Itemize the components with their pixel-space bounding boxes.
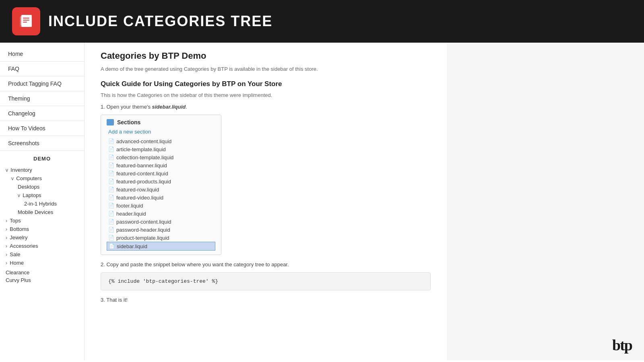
- file-item[interactable]: 📄article-template.liquid: [107, 145, 215, 153]
- file-icon: 📄: [108, 234, 114, 241]
- sidebar-nav-item[interactable]: Theming: [0, 91, 84, 106]
- tree-item[interactable]: v Inventory: [0, 166, 84, 174]
- add-section-link[interactable]: Add a new section: [107, 129, 215, 135]
- folder-icon: [107, 119, 114, 125]
- sidebar-tree: v Inventoryv ComputersDesktopsv Laptops2…: [0, 164, 84, 269]
- tree-item[interactable]: › Home: [0, 259, 84, 267]
- file-icon: 📄: [108, 146, 114, 152]
- file-icon: 📄: [108, 194, 114, 201]
- file-icon: 📄: [108, 162, 114, 169]
- file-item[interactable]: 📄featured-banner.liquid: [107, 161, 215, 169]
- main-description: A demo of the tree generated using Categ…: [101, 66, 431, 72]
- tree-item[interactable]: › Accessories: [0, 242, 84, 250]
- btp-logo: btp: [612, 336, 632, 354]
- svg-rect-4: [23, 20, 29, 21]
- sidebar-nav-item[interactable]: Changelog: [0, 106, 84, 121]
- file-icon: 📄: [108, 170, 114, 177]
- code-snippet: {% include 'btp-categories-tree' %}: [101, 272, 431, 290]
- guide-title: Quick Guide for Using Categories by BTP …: [101, 80, 431, 88]
- tree-item[interactable]: v Laptops: [0, 191, 84, 200]
- file-item[interactable]: 📄password-content.liquid: [107, 218, 215, 226]
- tree-item[interactable]: › Sale: [0, 250, 84, 259]
- tree-item[interactable]: › Tops: [0, 216, 84, 225]
- main-content: Categories by BTP Demo A demo of the tre…: [85, 43, 447, 360]
- file-icon: 📄: [108, 226, 114, 233]
- sidebar-nav-item[interactable]: Screenshots: [0, 136, 84, 151]
- main-layout: HomeFAQProduct Tagging FAQThemingChangel…: [0, 43, 644, 360]
- file-item[interactable]: 📄collection-template.liquid: [107, 153, 215, 161]
- svg-rect-2: [21, 15, 32, 27]
- file-item[interactable]: 📄featured-content.liquid: [107, 169, 215, 177]
- sidebar-nav-item[interactable]: Home: [0, 47, 84, 62]
- page-header: INCLUDE CATEGORIES TREE: [0, 0, 644, 43]
- file-item[interactable]: 📄header.liquid: [107, 210, 215, 218]
- sidebar-nav-item[interactable]: How To Videos: [0, 121, 84, 136]
- file-item[interactable]: 📄featured-video.liquid: [107, 193, 215, 202]
- svg-rect-3: [23, 18, 29, 19]
- file-item[interactable]: 📄sidebar.liquid: [107, 242, 215, 251]
- file-item[interactable]: 📄featured-products.liquid: [107, 177, 215, 185]
- step2-text: 2. Copy and paste the snippet below wher…: [101, 261, 431, 267]
- file-icon: 📄: [108, 218, 114, 225]
- file-icon: 📄: [108, 154, 114, 160]
- tree-item[interactable]: › Bottoms: [0, 225, 84, 233]
- step3-text: 3. That is it!: [101, 297, 431, 303]
- file-icon: 📄: [109, 243, 114, 249]
- svg-rect-5: [23, 22, 27, 23]
- demo-label: DEMO: [0, 151, 84, 164]
- file-icon: 📄: [108, 138, 114, 144]
- tree-item[interactable]: 2-in-1 Hybrids: [0, 200, 84, 208]
- file-icon: 📄: [108, 186, 114, 193]
- file-icon: 📄: [108, 178, 114, 185]
- sidebar: HomeFAQProduct Tagging FAQThemingChangel…: [0, 43, 85, 360]
- sidebar-flat-item[interactable]: Curvy Plus: [0, 276, 84, 284]
- header-title: INCLUDE CATEGORIES TREE: [48, 13, 272, 30]
- guide-sub: This is how the Categories on the sideba…: [101, 92, 431, 98]
- file-icon: 📄: [108, 210, 114, 217]
- file-item[interactable]: 📄password-header.liquid: [107, 226, 215, 234]
- file-item[interactable]: 📄product-template.liquid: [107, 234, 215, 242]
- step1-text: 1. Open your theme's sidebar.liquid.: [101, 104, 431, 110]
- file-item[interactable]: 📄footer.liquid: [107, 202, 215, 210]
- tree-item[interactable]: › Jewelry: [0, 233, 84, 242]
- tree-item[interactable]: v Computers: [0, 174, 84, 183]
- file-tree-header: Sections: [107, 119, 215, 125]
- main-title: Categories by BTP Demo: [101, 51, 431, 61]
- sidebar-flat-item[interactable]: Clearance: [0, 269, 84, 276]
- file-item[interactable]: 📄advanced-content.liquid: [107, 137, 215, 145]
- header-icon: [12, 7, 40, 35]
- tree-item[interactable]: Mobile Devices: [0, 208, 84, 216]
- file-icon: 📄: [108, 202, 114, 209]
- tree-item[interactable]: Desktops: [0, 183, 84, 191]
- file-item[interactable]: 📄featured-row.liquid: [107, 185, 215, 193]
- sidebar-nav-item[interactable]: FAQ: [0, 62, 84, 76]
- file-tree-box: Sections Add a new section 📄advanced-con…: [101, 115, 221, 255]
- sidebar-nav-item[interactable]: Product Tagging FAQ: [0, 76, 84, 91]
- file-tree-title: Sections: [117, 119, 140, 125]
